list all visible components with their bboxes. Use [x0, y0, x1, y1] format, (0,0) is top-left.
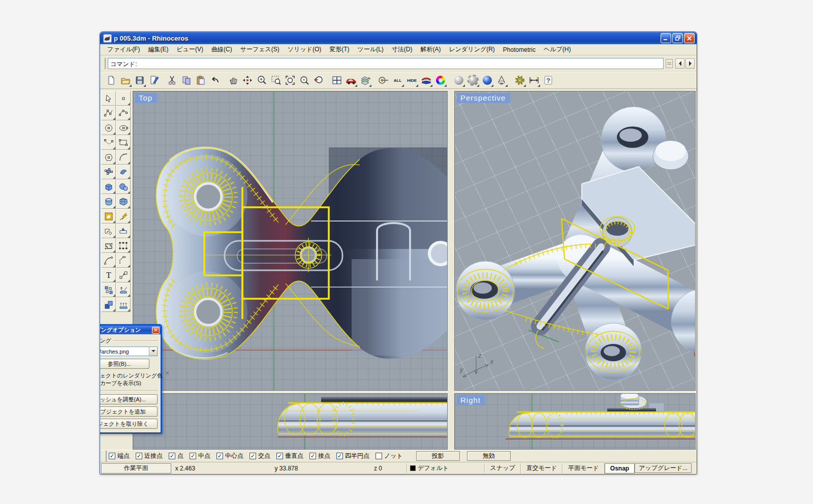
menu-analyze[interactable]: 解析(A)	[417, 44, 445, 55]
print-button[interactable]	[147, 74, 161, 87]
zoom-window-button[interactable]	[269, 74, 283, 87]
viewport-right-label[interactable]: Right	[457, 395, 485, 405]
tool-scale[interactable]	[116, 268, 131, 282]
open-file-button[interactable]	[118, 74, 132, 87]
command-input[interactable]: コマンド:	[108, 58, 664, 69]
move-car-button[interactable]	[344, 74, 358, 87]
osnap-disable-button[interactable]: 無効	[467, 451, 511, 461]
tool-array[interactable]	[101, 282, 116, 297]
tool-orient[interactable]	[116, 282, 131, 297]
osnap-point[interactable]: ✓点	[169, 452, 183, 460]
history-prev-button[interactable]	[675, 58, 684, 69]
snap-hide-button[interactable]: HIDE	[405, 74, 419, 87]
minimize-button[interactable]	[661, 33, 671, 43]
menu-render[interactable]: レンダリング(R)	[445, 44, 499, 55]
tool-fillet[interactable]	[101, 253, 116, 268]
osnap-center[interactable]: ✓中心点	[216, 452, 243, 460]
menu-curve[interactable]: 曲線(C)	[207, 44, 236, 55]
tool-chamfer[interactable]	[116, 253, 131, 268]
tool-point[interactable]	[116, 91, 131, 106]
tool-picture-frame[interactable]	[101, 209, 116, 224]
osnap-grip[interactable]	[104, 451, 107, 462]
dropdown-arrow-icon[interactable]	[149, 347, 157, 356]
osnap-project-button[interactable]: 投影	[416, 451, 460, 461]
options-button[interactable]	[513, 74, 526, 87]
tool-interpolate-curve[interactable]	[101, 135, 116, 150]
render-preview-button[interactable]	[480, 74, 494, 87]
cut-button[interactable]	[165, 74, 179, 87]
tool-control-point-curve[interactable]	[101, 106, 116, 120]
tool-sphere[interactable]	[116, 179, 131, 194]
spotlight-button[interactable]	[494, 74, 508, 87]
tool-surface-corner-points[interactable]	[101, 165, 116, 179]
zoom-dynamic-button[interactable]	[255, 74, 268, 87]
pan-button[interactable]	[226, 74, 240, 87]
tool-polygon[interactable]	[101, 150, 116, 165]
tool-curve-through-points[interactable]	[116, 106, 131, 120]
texture-file-select[interactable]: P...¥arches.png	[100, 346, 158, 356]
menu-dimension[interactable]: 寸法(D)	[388, 44, 417, 55]
restore-button[interactable]	[672, 33, 683, 43]
tool-extrude[interactable]	[116, 297, 131, 312]
tool-select[interactable]	[101, 91, 116, 106]
viewport-layout-button[interactable]	[330, 74, 343, 87]
tool-explode[interactable]	[116, 209, 131, 224]
tool-circle[interactable]	[101, 120, 116, 135]
snap-all-button[interactable]: ALL	[391, 74, 404, 87]
viewport-right[interactable]: Right	[454, 393, 696, 450]
viewport-perspective-label[interactable]: Perspective	[457, 93, 510, 103]
tool-box[interactable]	[101, 179, 116, 194]
zoom-selected-button[interactable]	[283, 74, 297, 87]
undo-button[interactable]	[208, 74, 222, 87]
osnap-perpendicular[interactable]: ✓垂直点	[276, 452, 303, 460]
viewport-top-label[interactable]: Top	[135, 93, 157, 103]
color-button[interactable]	[433, 74, 447, 87]
menu-help[interactable]: ヘルプ(H)	[540, 44, 575, 55]
command-splitter[interactable]	[666, 59, 673, 68]
tool-layers[interactable]	[101, 297, 116, 312]
add-object-button[interactable]: ブジェクトを追加	[100, 406, 158, 417]
menu-edit[interactable]: 編集(E)	[144, 44, 172, 55]
menu-photometric[interactable]: Photometric	[499, 45, 540, 54]
menu-transform[interactable]: 変形(T)	[325, 44, 353, 55]
osnap-mid[interactable]: ✓中点	[190, 452, 210, 460]
layer-button[interactable]	[419, 74, 433, 87]
cplane-button[interactable]: 作業平面	[101, 463, 171, 474]
viewport-front[interactable]	[133, 393, 448, 450]
browse-button[interactable]: 参照(B)...	[100, 359, 149, 369]
osnap-knot[interactable]: ノット	[376, 452, 403, 460]
osnap-end[interactable]: ✓端点	[109, 452, 130, 460]
tool-arc[interactable]	[116, 150, 131, 165]
mesh-tools-button[interactable]	[358, 74, 372, 87]
history-next-button[interactable]	[685, 58, 695, 69]
zoom-extents-button[interactable]	[297, 74, 311, 87]
help-button[interactable]: ?	[541, 74, 555, 87]
osnap-near[interactable]: ✓近接点	[136, 452, 163, 460]
menu-file[interactable]: ファイル(F)	[103, 44, 144, 55]
viewport-top[interactable]: × Top	[133, 91, 448, 391]
tool-group[interactable]	[116, 238, 131, 253]
undo-view-button[interactable]	[311, 74, 325, 87]
osnap-toggle[interactable]: Osnap	[605, 463, 635, 474]
title-bar[interactable]: p 005.3dm - Rhinoceros	[100, 32, 697, 44]
tool-trim[interactable]	[101, 224, 116, 238]
menu-solid[interactable]: ソリッド(O)	[284, 44, 325, 55]
tool-rectangle[interactable]	[116, 135, 131, 150]
osnap-toggle-button[interactable]	[377, 74, 390, 87]
tool-surface-patch[interactable]	[116, 165, 131, 179]
paste-button[interactable]	[194, 74, 207, 87]
menu-tools[interactable]: ツール(L)	[354, 44, 388, 55]
menu-view[interactable]: ビュー(V)	[172, 44, 207, 55]
tool-revolve[interactable]	[101, 194, 116, 209]
tool-split[interactable]	[116, 224, 131, 238]
tool-join[interactable]	[101, 238, 116, 253]
adjust-mesh-button[interactable]: ッシュを調整(A)...	[100, 394, 158, 404]
viewport-perspective[interactable]: y z x Perspective	[454, 91, 696, 391]
remove-object-button[interactable]: ジェクトを取り除く	[100, 419, 158, 429]
toolbar-grip[interactable]	[103, 58, 106, 69]
tool-text[interactable]: T	[101, 268, 116, 282]
shade-button[interactable]	[452, 74, 465, 87]
close-button[interactable]	[684, 33, 695, 43]
dialog-title-bar[interactable]: ッピングオプション ✕	[100, 326, 161, 334]
osnap-tangent[interactable]: ✓接点	[309, 452, 330, 460]
